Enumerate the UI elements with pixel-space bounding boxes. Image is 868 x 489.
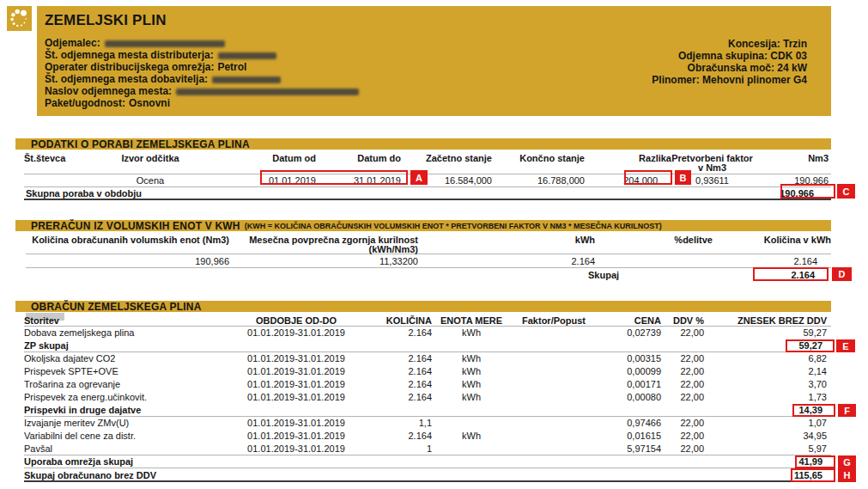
service-cell: Uporaba omrežja skupaj	[24, 455, 240, 468]
redacted-value	[176, 89, 359, 95]
billing-row: Variabilni del cene za distr. 01.01.2019…	[24, 430, 831, 443]
col-amount-ex-vat: ZNESEK BREZ DDV	[706, 315, 831, 326]
quantity-cell: 2.164	[352, 327, 432, 339]
service-cell: Trošarina za ogrevanje	[24, 378, 240, 391]
section-consumption: PODATKI O PORABI ZEMELJSKEGA PLINA Št.št…	[0, 138, 868, 200]
redacted-value	[212, 76, 281, 83]
col-vat: DDV %	[661, 315, 706, 326]
col-nm3: Nm3	[753, 152, 831, 163]
kwh-cell: 2.164	[418, 254, 601, 268]
annotation-box-B	[624, 170, 672, 185]
unit-cell: kWh	[432, 352, 511, 365]
annotation-box-F	[792, 404, 835, 417]
package-value: Osnovni	[129, 97, 170, 109]
price-cell: 5,97154	[597, 443, 661, 455]
address-line: Naslov odjemnega mesta:	[45, 85, 807, 97]
col-end-state: Končno stanje	[492, 152, 585, 163]
service-cell: Prispevki in druge dajatve	[24, 404, 240, 417]
service-cell: Prispevek za energ.učinkovit.	[24, 391, 240, 404]
conversion-table-header: Količina obračunanih volumskih enot (Nm3…	[26, 234, 831, 254]
billing-subtotal-row: Prispevki in druge dajatve 14,39	[24, 404, 831, 417]
vat-cell: 22,00	[661, 391, 706, 404]
network-operator-label: Operater distribucijskega omrežja:	[45, 61, 214, 73]
annotation-box-D	[753, 267, 829, 281]
volume-units-cell: 190,966	[26, 254, 229, 268]
period-cell: 01.01.2019-31.01.2019	[240, 391, 352, 404]
col-date-from: Datum od	[210, 152, 316, 163]
col-quantity-kwh: Količina v kWh	[713, 234, 831, 245]
col-split-percent: %delitve	[601, 234, 713, 245]
amount-cell: 2,14	[706, 365, 831, 378]
billing-row: Okoljska dajatev CO2 01.01.2019-31.01.20…	[24, 352, 831, 365]
col-period: OBDOBJE OD-DO	[240, 315, 352, 326]
annotation-box-E	[786, 339, 835, 352]
amount-cell: 59,27	[706, 327, 831, 339]
service-cell: Skupaj obračunano brez DDV	[24, 468, 240, 482]
annotation-label-H: H	[838, 468, 856, 482]
service-cell: Variabilni del cene za distr.	[24, 430, 240, 443]
quantity-cell: 2.164	[352, 391, 432, 404]
price-cell: 0,01615	[597, 430, 661, 443]
conversion-total-label: Skupaj	[588, 268, 619, 282]
vat-cell: 22,00	[661, 417, 706, 430]
concession-line: Koncesija: Trzin	[652, 38, 807, 50]
annotation-label-D: D	[832, 267, 852, 281]
gas-meter-line: Plinomer: Mehovni plinomer G4	[652, 74, 807, 86]
col-reading-source: Izvor odčitka	[90, 152, 210, 163]
price-cell: 0,97466	[597, 417, 661, 430]
annotation-label-A: A	[410, 170, 428, 185]
reading-source-cell: Ocena	[90, 174, 210, 187]
price-cell: 0,00171	[597, 378, 661, 391]
quantity-kwh-cell: 2.164	[713, 254, 831, 268]
service-cell: Pavšal	[24, 443, 240, 455]
billing-subtotal-row: Uporaba omrežja skupaj 41,99	[24, 455, 831, 468]
quantity-cell: 2.164	[352, 365, 432, 378]
annotation-label-E: E	[836, 339, 855, 352]
section-conversion: PRERAČUN IZ VOLUMSKIH ENOT V KWH (KWH = …	[0, 220, 868, 282]
consumption-group-line: Odjemna skupina: CDK 03	[652, 50, 807, 62]
col-calorific-value: Mesečna povprečna zgornja kurilnost (kWh…	[229, 234, 418, 254]
vat-cell: 22,00	[661, 352, 706, 365]
period-cell: 01.01.2019-31.01.2019	[240, 378, 352, 391]
col-difference: Razlika	[585, 152, 671, 163]
service-cell: Dobava zemeljskega plina	[24, 327, 240, 339]
period-cell: 01.01.2019-31.01.2019	[240, 417, 352, 430]
col-quantity: KOLIČINA	[352, 315, 432, 326]
col-kwh: kWh	[418, 234, 601, 245]
col-date-to: Datum do	[316, 152, 401, 163]
col-start-state: Začetno stanje	[401, 152, 492, 163]
billing-power-line: Obračunska moč: 24 kW	[652, 62, 807, 74]
quantity-cell: 2.164	[352, 430, 432, 443]
annotation-box-A	[260, 170, 408, 185]
col-meter-number: Št.števca	[24, 152, 90, 163]
period-cell: 01.01.2019-31.01.2019	[240, 352, 352, 365]
consumption-total-label: Skupna poraba v obdobju	[26, 187, 142, 200]
vat-cell: 22,00	[661, 365, 706, 378]
section-conversion-formula: (KWH = KOLIČINA OBRAČUNSKIH VOLUMSKIH EN…	[245, 221, 662, 230]
period-cell: 01.01.2019-31.01.2019	[240, 430, 352, 443]
billing-row: Dobava zemeljskega plina 01.01.2019-31.0…	[24, 327, 831, 339]
quantity-cell: 1	[352, 443, 432, 455]
conversion-row: 190,966 11,33200 2.164 2.164	[26, 254, 831, 268]
package-label: Paket/ugodnost:	[45, 97, 125, 109]
service-cell: Okoljska dajatev CO2	[24, 352, 240, 365]
billing-row: Prispevek za energ.učinkovit. 01.01.2019…	[24, 391, 831, 404]
section-billing-band: OBRAČUN ZEMELJSKEGA PLINA	[15, 301, 831, 312]
service-cell: ZP skupaj	[24, 339, 240, 352]
invoice-header: ZEMELJSKI PLIN Odjemalec: Št. odjemnega …	[37, 6, 831, 116]
calorific-value-cell: 11,33200	[229, 254, 418, 268]
price-cell: 0,02739	[597, 327, 661, 339]
vat-cell: 22,00	[661, 443, 706, 455]
package-line: Paket/ugodnost:Osnovni	[45, 97, 807, 109]
billing-row: Trošarina za ogrevanje 01.01.2019-31.01.…	[24, 378, 831, 391]
quantity-cell: 1,1	[352, 417, 432, 430]
customer-label: Odjemalec:	[45, 37, 100, 49]
quantity-cell: 2.164	[352, 352, 432, 365]
consumption-table: Št.števca Izvor odčitka Datum od Datum d…	[24, 152, 831, 200]
conversion-total-row: Skupaj 2.164	[26, 268, 831, 282]
unit-cell: kWh	[432, 391, 511, 404]
col-price: CENA	[597, 315, 661, 326]
section-consumption-band: PODATKI O PORABI ZEMELJSKEGA PLINA	[15, 138, 831, 150]
redacted-value	[218, 52, 276, 59]
petrol-logo-icon	[7, 6, 32, 31]
